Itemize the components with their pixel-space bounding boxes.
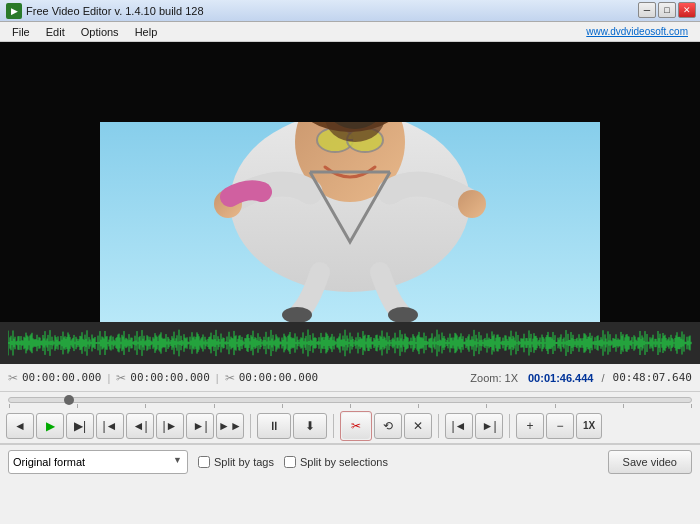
website-link[interactable]: www.dvdvideosoft.com (586, 26, 696, 37)
mark-cut-icon: ✂ (225, 371, 235, 385)
frame-forward-button[interactable]: ►| (475, 413, 503, 439)
delete-button[interactable]: ✕ (404, 413, 432, 439)
menu-edit[interactable]: Edit (38, 24, 73, 40)
split-by-tags-checkbox[interactable] (198, 456, 210, 468)
volume-up-button[interactable]: + (516, 413, 544, 439)
skip-end-button[interactable]: ►| (186, 413, 214, 439)
scrubber-track[interactable] (8, 397, 692, 403)
menu-options[interactable]: Options (73, 24, 127, 40)
menu-help[interactable]: Help (127, 24, 166, 40)
tick-8 (555, 404, 556, 408)
skip-start-button[interactable]: |◄ (96, 413, 124, 439)
title-bar: ▶ Free Video Editor v. 1.4.10 build 128 … (0, 0, 700, 22)
divider-3 (438, 414, 439, 438)
tick-5 (350, 404, 351, 408)
divider-4 (509, 414, 510, 438)
rotate-button[interactable]: ⟲ (374, 413, 402, 439)
video-content (0, 42, 700, 322)
time-separator: / (601, 372, 604, 384)
speed-button[interactable]: 1X (576, 413, 602, 439)
total-time: 00:48:07.640 (613, 371, 692, 384)
tick-2 (145, 404, 146, 408)
video-display (0, 42, 700, 322)
tick-7 (486, 404, 487, 408)
split-by-selections-checkbox[interactable] (284, 456, 296, 468)
tick-0 (9, 404, 10, 408)
tick-1 (77, 404, 78, 408)
tick-6 (418, 404, 419, 408)
menu-file[interactable]: File (4, 24, 38, 40)
bottom-bar: Original formatMP4AVIMKVMOVWMVFLV ▼ Spli… (0, 444, 700, 478)
frame-back-button[interactable]: |◄ (445, 413, 473, 439)
split-by-selections-text: Split by selections (300, 456, 388, 468)
step-back-button[interactable]: ◄| (126, 413, 154, 439)
app-icon: ▶ (6, 3, 22, 19)
split-by-tags-text: Split by tags (214, 456, 274, 468)
zoom-label: Zoom: 1X (470, 372, 518, 384)
skip-end-far-button[interactable]: ►► (216, 413, 244, 439)
waveform-canvas (8, 328, 692, 358)
tick-3 (214, 404, 215, 408)
scrubber-row[interactable] (0, 392, 700, 408)
close-button[interactable]: ✕ (678, 2, 696, 18)
divider-1 (250, 414, 251, 438)
volume-down-button[interactable]: − (546, 413, 574, 439)
play-fast-button[interactable]: ▶| (66, 413, 94, 439)
mark-cut-time: 00:00:00.000 (239, 371, 318, 384)
play-button[interactable]: ▶ (36, 413, 64, 439)
maximize-button[interactable]: □ (658, 2, 676, 18)
rewind-button[interactable]: ◄ (6, 413, 34, 439)
tick-4 (282, 404, 283, 408)
waveform-display (0, 322, 700, 364)
playback-controls: ◄ ▶ ▶| |◄ ◄| |► ►| ►► ⏸ ⬇ ✂ ⟲ ✕ |◄ ►| + … (0, 408, 700, 444)
tick-10 (691, 404, 692, 408)
svg-point-10 (458, 190, 486, 218)
download-button[interactable]: ⬇ (293, 413, 327, 439)
window-controls[interactable]: ─ □ ✕ (638, 2, 696, 18)
split-by-selections-label[interactable]: Split by selections (284, 456, 388, 468)
mark-in-icon: ✂ (8, 371, 18, 385)
split-by-tags-label[interactable]: Split by tags (198, 456, 274, 468)
save-video-button[interactable]: Save video (608, 450, 692, 474)
format-select-wrapper[interactable]: Original formatMP4AVIMKVMOVWMVFLV ▼ (8, 450, 188, 474)
tick-9 (623, 404, 624, 408)
menu-bar: File Edit Options Help www.dvdvideosoft.… (0, 22, 700, 42)
title-text: Free Video Editor v. 1.4.10 build 128 (26, 5, 204, 17)
mark-out-icon: ✂ (116, 371, 126, 385)
cut-button[interactable]: ✂ (342, 413, 370, 439)
svg-rect-18 (0, 42, 700, 122)
timeline-controls: ✂ 00:00:00.000 | ✂ 00:00:00.000 | ✂ 00:0… (0, 364, 700, 392)
mark-out-time: 00:00:00.000 (130, 371, 209, 384)
cut-group: ✂ (340, 411, 372, 441)
current-time: 00:01:46.444 (528, 372, 593, 384)
mark-in-time: 00:00:00.000 (22, 371, 101, 384)
divider-2 (333, 414, 334, 438)
step-forward-button[interactable]: |► (156, 413, 184, 439)
minimize-button[interactable]: ─ (638, 2, 656, 18)
format-select[interactable]: Original formatMP4AVIMKVMOVWMVFLV (8, 450, 188, 474)
scrubber-handle[interactable] (64, 395, 74, 405)
pause-button[interactable]: ⏸ (257, 413, 291, 439)
